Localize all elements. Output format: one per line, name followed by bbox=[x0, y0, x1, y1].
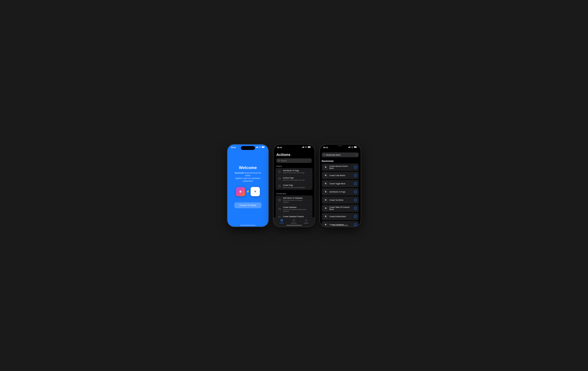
archive-page-text: Archive Page Move the chosen page to the… bbox=[283, 177, 309, 181]
status-time-3: 09:41 bbox=[323, 146, 328, 148]
result-create-embed-block[interactable]: N Create Embed Block i bbox=[322, 213, 359, 220]
actions-content: Actions Search PAGES bbox=[273, 145, 315, 227]
notion-n-icon-4: N bbox=[324, 190, 328, 194]
create-database-icon bbox=[277, 207, 282, 211]
info-icon-8[interactable]: i bbox=[354, 223, 357, 226]
search-placeholder: Search bbox=[281, 159, 287, 162]
search-content: ✕ Nautomate N Create Manual Column Block… bbox=[320, 145, 361, 227]
phone-1: 09:41 Welcome Nautomate brings Shortcuts… bbox=[227, 145, 268, 227]
svg-point-32 bbox=[306, 220, 306, 221]
result-create-toc-block[interactable]: N Create Table Of Contents Block i bbox=[322, 204, 359, 212]
pages-group: Add Blocks To Page Append blocks to the … bbox=[276, 168, 313, 190]
drag-handle bbox=[338, 146, 343, 146]
result-name-2: Create Code Blocks bbox=[329, 174, 353, 176]
dynamic-island-2 bbox=[287, 146, 301, 150]
search-icon bbox=[278, 160, 280, 161]
svg-rect-29 bbox=[281, 221, 282, 221]
settings-tab-label: Settings bbox=[304, 222, 308, 224]
svg-rect-28 bbox=[282, 219, 283, 220]
result-create-list-blocks[interactable]: N Create List Blocks i bbox=[322, 221, 359, 227]
create-page-item[interactable]: Create Page Add a new page to your works… bbox=[276, 183, 313, 190]
result-create-manual-column[interactable]: N Create Manual Column Block i bbox=[322, 163, 359, 171]
actions-header: Actions Search bbox=[273, 151, 315, 164]
notion-n-icon-3: N bbox=[324, 181, 328, 186]
chevron-icon-3: › bbox=[310, 185, 311, 187]
notion-n-icon: N bbox=[324, 165, 328, 170]
info-icon-6[interactable]: i bbox=[354, 207, 357, 210]
tab-examples[interactable]: Examples bbox=[291, 219, 297, 224]
search-icon-3 bbox=[323, 154, 325, 156]
phone-2: 09:41 Actions Search PAGE bbox=[273, 145, 315, 227]
svg-line-15 bbox=[279, 161, 280, 161]
actions-screen: 09:41 Actions Search PAGE bbox=[273, 145, 315, 227]
info-icon-5[interactable]: i bbox=[354, 199, 357, 201]
svg-rect-36 bbox=[350, 146, 350, 148]
results-section-label: Nautomate bbox=[320, 159, 361, 163]
svg-rect-5 bbox=[262, 147, 264, 148]
svg-point-24 bbox=[278, 208, 281, 209]
create-database-item[interactable]: Create Database Create a new database wi… bbox=[276, 205, 313, 214]
info-icon-7[interactable]: i bbox=[354, 215, 357, 218]
notion-logo: N bbox=[252, 189, 258, 194]
status-time: 09:41 bbox=[231, 146, 236, 148]
svg-rect-10 bbox=[303, 147, 304, 148]
search-input[interactable] bbox=[326, 154, 355, 156]
connect-to-notion-button[interactable]: Connect To Notion bbox=[234, 202, 261, 208]
examples-tab-icon bbox=[292, 219, 295, 222]
svg-rect-11 bbox=[304, 146, 304, 148]
svg-rect-1 bbox=[256, 147, 257, 148]
svg-rect-9 bbox=[303, 147, 303, 148]
search-clear-button[interactable]: ✕ bbox=[356, 154, 357, 156]
welcome-subtitle: Nautomate brings Shortcuts and Notiontog… bbox=[234, 172, 262, 182]
signal-icon-3 bbox=[348, 146, 350, 148]
home-indicator-2 bbox=[286, 225, 302, 226]
create-database-desc: Create a new database with the given pro… bbox=[283, 209, 309, 212]
add-blocks-to-page-item[interactable]: Add Blocks To Page Append blocks to the … bbox=[276, 168, 313, 175]
actions-tab-label: Actions bbox=[280, 222, 284, 224]
tab-actions[interactable]: Actions bbox=[280, 219, 284, 224]
search-bar-active[interactable]: ✕ bbox=[322, 152, 359, 157]
result-name-7: Create Embed Block bbox=[329, 215, 353, 218]
home-indicator-3 bbox=[333, 225, 348, 226]
result-create-code-blocks[interactable]: N Create Code Blocks i bbox=[322, 172, 359, 179]
info-icon-1[interactable]: i bbox=[354, 166, 357, 169]
search-screen: 09:41 ✕ Nautomate bbox=[320, 145, 361, 227]
notion-n-icon-7: N bbox=[324, 214, 328, 219]
add-values-desc: Create new entries in the given database bbox=[283, 199, 309, 203]
result-name-1: Create Manual Column Block bbox=[329, 165, 353, 169]
chevron-icon-5: › bbox=[310, 208, 311, 210]
archive-page-desc: Move the chosen page to the trash bbox=[283, 179, 309, 181]
add-values-icon bbox=[277, 198, 282, 202]
add-values-text: Add Values To Database Create new entrie… bbox=[283, 197, 309, 203]
svg-rect-33 bbox=[348, 147, 348, 148]
brand-name: Nautomate bbox=[235, 172, 244, 174]
result-add-blocks-to-page[interactable]: N Add Blocks To Page i bbox=[322, 188, 359, 196]
svg-rect-8 bbox=[302, 147, 302, 148]
info-icon-4[interactable]: i bbox=[354, 191, 357, 193]
svg-rect-3 bbox=[258, 146, 258, 148]
svg-rect-19 bbox=[278, 178, 281, 178]
result-name-3: Create Toggle Block bbox=[329, 183, 353, 185]
examples-tab-label: Examples bbox=[291, 222, 297, 224]
result-create-toggle-block[interactable]: N Create Toggle Block i bbox=[322, 180, 359, 187]
svg-line-40 bbox=[325, 155, 325, 156]
results-list: N Create Manual Column Block i N Create … bbox=[320, 163, 361, 227]
actions-tab-icon bbox=[280, 219, 284, 222]
info-icon-3[interactable]: i bbox=[354, 182, 357, 185]
notion-n-icon-5: N bbox=[324, 198, 328, 202]
archive-page-item[interactable]: Archive Page Move the chosen page to the… bbox=[276, 175, 313, 183]
app-icons: ⚡ N bbox=[236, 187, 260, 196]
tab-settings[interactable]: Settings bbox=[304, 219, 308, 224]
result-create-text-block[interactable]: N Create Text Block i bbox=[322, 196, 359, 204]
welcome-title: Welcome bbox=[239, 165, 257, 170]
create-page-text: Create Page Add a new page to your works… bbox=[283, 184, 309, 188]
svg-rect-0 bbox=[256, 147, 256, 148]
info-icon-2[interactable]: i bbox=[354, 174, 357, 177]
add-values-item[interactable]: Add Values To Database Create new entrie… bbox=[276, 195, 313, 205]
result-name-6: Create Table Of Contents Block bbox=[329, 206, 353, 210]
dynamic-island bbox=[241, 146, 255, 150]
create-page-icon bbox=[277, 184, 282, 188]
svg-point-25 bbox=[278, 216, 281, 217]
status-icons bbox=[256, 146, 265, 148]
search-bar[interactable]: Search bbox=[276, 158, 312, 163]
